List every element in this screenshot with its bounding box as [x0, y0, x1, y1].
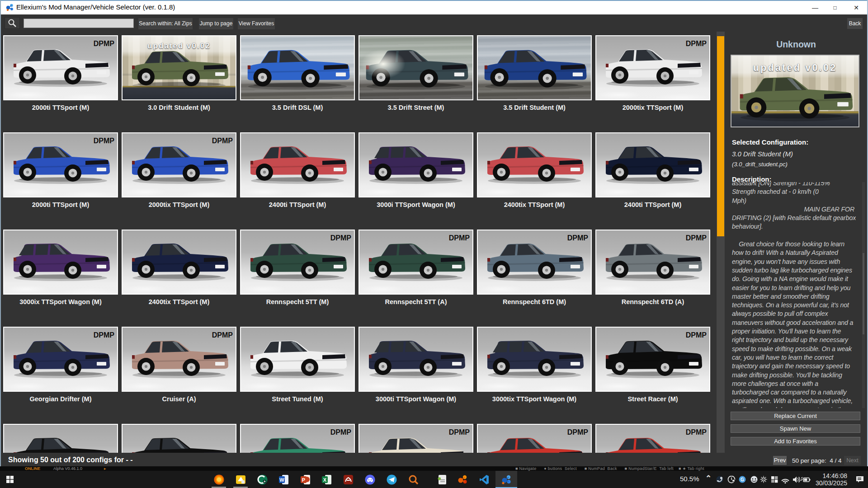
- svg-text:X: X: [323, 477, 327, 483]
- svg-text:G: G: [741, 477, 744, 482]
- svg-text:W: W: [279, 477, 284, 483]
- svg-text:P: P: [302, 477, 305, 483]
